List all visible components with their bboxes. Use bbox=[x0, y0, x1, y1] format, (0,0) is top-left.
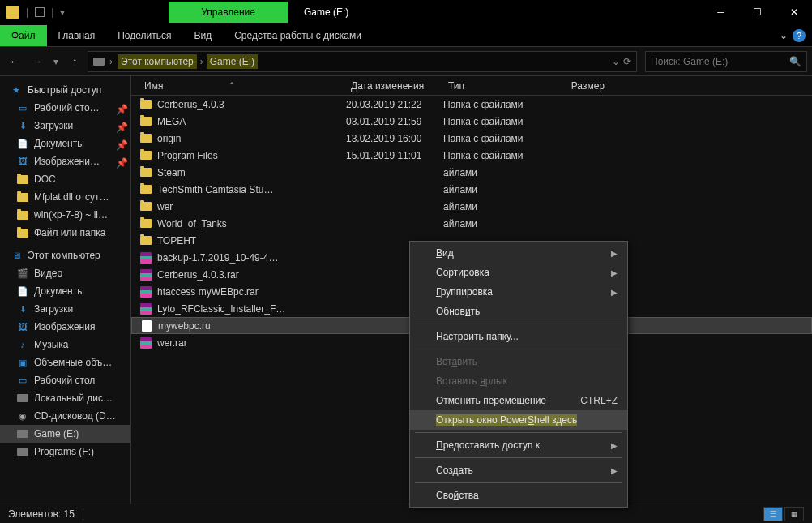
table-row[interactable]: Steamайлами bbox=[131, 164, 812, 181]
file-date: 13.02.2019 16:00 bbox=[346, 133, 443, 144]
sidebar-item-label: Локальный дис… bbox=[34, 392, 113, 404]
search-box[interactable]: 🔍 bbox=[645, 51, 807, 72]
checkbox-icon[interactable] bbox=[35, 7, 45, 17]
ctx-open-powershell[interactable]: Открыть окно PowerShell здесь bbox=[410, 410, 627, 430]
file-type: Папка с файлами bbox=[443, 150, 536, 161]
tab-drive-tools[interactable]: Средства работы с дисками bbox=[223, 25, 373, 46]
file-type: Папка с файлами bbox=[443, 133, 536, 144]
file-type: айлами bbox=[443, 184, 536, 195]
close-button[interactable]: ✕ bbox=[776, 0, 812, 24]
ctx-customize[interactable]: Настроить папку... bbox=[410, 327, 627, 346]
col-name[interactable]: Имя⌃ bbox=[139, 80, 346, 92]
sidebar-music[interactable]: ♪Музыка bbox=[0, 336, 130, 354]
sidebar-item-label: Mfplat.dll отсут… bbox=[34, 191, 109, 203]
help-icon[interactable]: ? bbox=[793, 29, 806, 42]
sidebar-file-or-folder[interactable]: Файл или папка bbox=[0, 224, 130, 242]
crumb-this-pc[interactable]: Этот компьютер bbox=[118, 54, 197, 69]
maximize-button[interactable]: ☐ bbox=[739, 0, 776, 24]
chevron-right-icon[interactable]: › bbox=[108, 56, 114, 67]
crumb-drive[interactable]: Game (E:) bbox=[207, 54, 258, 69]
sidebar-volumes[interactable]: ▣Объемные объ… bbox=[0, 354, 130, 371]
sidebar-local-disk[interactable]: Локальный дис… bbox=[0, 389, 130, 407]
view-large-icons-button[interactable]: ▦ bbox=[784, 507, 804, 521]
qat-separator: | bbox=[51, 6, 53, 18]
sidebar-downloads[interactable]: ⬇Загрузки📌 bbox=[0, 117, 130, 135]
folder-icon bbox=[139, 149, 152, 162]
document-icon: 📄 bbox=[16, 285, 29, 298]
sidebar-pictures[interactable]: 🖼Изображени…📌 bbox=[0, 152, 130, 170]
drive-icon bbox=[16, 445, 29, 458]
view-details-button[interactable]: ☰ bbox=[763, 507, 783, 521]
tab-file[interactable]: Файл bbox=[0, 25, 47, 46]
address-bar[interactable]: › Этот компьютер › Game (E:) ⌄ ⟳ bbox=[88, 51, 637, 72]
sidebar-quick-access[interactable]: ★Быстрый доступ bbox=[0, 81, 130, 99]
address-dropdown-icon[interactable]: ⌄ bbox=[612, 56, 620, 67]
table-row[interactable]: werайлами bbox=[131, 198, 812, 215]
sidebar-pictures2[interactable]: 🖼Изображения bbox=[0, 318, 130, 336]
separator bbox=[415, 457, 622, 458]
columns-header: Имя⌃ Дата изменения Тип Размер bbox=[131, 76, 812, 96]
sidebar-this-pc[interactable]: 🖥Этот компьютер bbox=[0, 246, 130, 264]
sidebar-winxp[interactable]: win(xp-7-8) ~ li… bbox=[0, 206, 130, 224]
ctx-give-access[interactable]: Предоставить доступ к▶ bbox=[410, 435, 627, 455]
sidebar-item-label: Музыка bbox=[34, 339, 68, 350]
sidebar-desktop[interactable]: ▭Рабочий сто…📌 bbox=[0, 99, 130, 117]
ctx-properties[interactable]: Свойства bbox=[410, 486, 627, 505]
search-input[interactable] bbox=[651, 56, 789, 67]
ctx-undo-move[interactable]: Отменить перемещениеCTRL+Z bbox=[410, 391, 627, 410]
tab-home[interactable]: Главная bbox=[47, 25, 107, 46]
sidebar-downloads2[interactable]: ⬇Загрузки bbox=[0, 300, 130, 318]
table-row[interactable]: TechSmith Camtasia Stu…айлами bbox=[131, 181, 812, 198]
file-name: htaccess myWEBpc.rar bbox=[157, 286, 259, 298]
table-row[interactable]: Cerberus_4.0.320.03.2019 21:22Папка с фа… bbox=[131, 96, 812, 113]
up-button[interactable]: ↑ bbox=[65, 52, 84, 71]
col-date[interactable]: Дата изменения bbox=[346, 80, 443, 92]
dropdown-icon[interactable]: ▾ bbox=[60, 6, 65, 18]
folder-icon bbox=[139, 115, 152, 128]
sidebar-video[interactable]: 🎬Видео bbox=[0, 264, 130, 282]
table-row[interactable]: Program Files15.01.2019 11:01Папка с фай… bbox=[131, 147, 812, 164]
rar-icon bbox=[139, 268, 152, 281]
search-icon[interactable]: 🔍 bbox=[789, 56, 801, 67]
chevron-right-icon[interactable]: › bbox=[199, 56, 205, 67]
chevron-right-icon: ▶ bbox=[611, 268, 618, 277]
chevron-right-icon: ▶ bbox=[611, 288, 618, 297]
sidebar-cd-drive[interactable]: ◉CD-дисковод (D… bbox=[0, 407, 130, 425]
ctx-sort[interactable]: Сортировка▶ bbox=[410, 263, 627, 282]
contextual-tab-manage[interactable]: Управление bbox=[169, 2, 288, 23]
ctx-refresh[interactable]: Обновить bbox=[410, 302, 627, 321]
refresh-icon[interactable]: ⟳ bbox=[623, 56, 631, 67]
table-row[interactable]: World_of_Tanksайлами bbox=[131, 215, 812, 232]
file-name: ТОРЕНТ bbox=[157, 235, 196, 246]
star-icon: ★ bbox=[10, 84, 23, 96]
history-dropdown[interactable]: ▾ bbox=[50, 52, 62, 71]
col-type[interactable]: Тип bbox=[443, 80, 536, 92]
sidebar-desktop2[interactable]: ▭Рабочий стол bbox=[0, 371, 130, 389]
sidebar-documents[interactable]: 📄Документы📌 bbox=[0, 135, 130, 152]
col-size[interactable]: Размер bbox=[536, 80, 609, 92]
back-button[interactable]: ← bbox=[5, 52, 24, 71]
sidebar-mfplat[interactable]: Mfplat.dll отсут… bbox=[0, 188, 130, 206]
tab-share[interactable]: Поделиться bbox=[106, 25, 182, 46]
sidebar-documents2[interactable]: 📄Документы bbox=[0, 282, 130, 300]
sidebar: ★Быстрый доступ ▭Рабочий сто…📌 ⬇Загрузки… bbox=[0, 76, 131, 504]
ctx-view[interactable]: Вид▶ bbox=[410, 243, 627, 263]
sidebar-game-e[interactable]: Game (E:) bbox=[0, 425, 130, 443]
file-name: mywebpc.ru bbox=[158, 320, 211, 332]
folder-icon bbox=[16, 226, 29, 239]
ctx-create[interactable]: Создать▶ bbox=[410, 461, 627, 480]
tab-view[interactable]: Вид bbox=[182, 25, 223, 46]
table-row[interactable]: MEGA03.01.2019 21:59Папка с файлами bbox=[131, 113, 812, 130]
sidebar-programs-f[interactable]: Programs (F:) bbox=[0, 443, 130, 461]
forward-button[interactable]: → bbox=[28, 52, 47, 71]
ribbon-expand-icon[interactable]: ⌄ bbox=[780, 30, 788, 41]
file-type: айлами bbox=[443, 218, 536, 229]
table-row[interactable]: origin13.02.2019 16:00Папка с файлами bbox=[131, 130, 812, 147]
sidebar-doc[interactable]: DOC bbox=[0, 170, 130, 188]
minimize-button[interactable]: ─ bbox=[703, 0, 739, 24]
chevron-right-icon: ▶ bbox=[611, 249, 618, 258]
ctx-group[interactable]: Группировка▶ bbox=[410, 282, 627, 302]
sidebar-item-label: Документы bbox=[34, 138, 84, 149]
folder-icon bbox=[16, 173, 29, 186]
pc-icon: 🖥 bbox=[10, 249, 23, 262]
